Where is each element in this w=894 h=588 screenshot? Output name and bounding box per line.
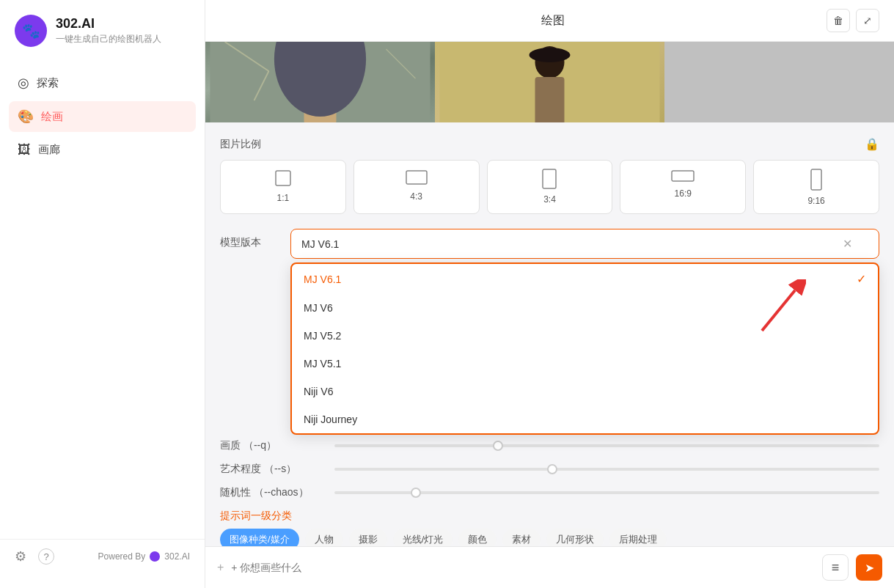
model-label: 模型版本 [220, 229, 279, 249]
sidebar-bottom-icons: ⚙ ? [15, 548, 54, 565]
ratio-icon-4-3 [405, 168, 428, 187]
dropdown-item-mjv6[interactable]: MJ V6 [292, 294, 878, 322]
model-dropdown: MJ V6.1 ✓ MJ V6 MJ V5.2 MJ V5.1 Niji V6 [290, 262, 879, 435]
model-select-display[interactable]: MJ V6.1 ✕ [290, 229, 879, 259]
gallery-icon: 🖼 [18, 142, 31, 158]
svg-rect-14 [543, 169, 556, 188]
svg-rect-16 [811, 169, 821, 190]
model-selected-value: MJ V6.1 [301, 238, 339, 250]
logo-emoji: 🐾 [22, 22, 40, 40]
stylize-slider[interactable] [334, 468, 879, 471]
ratio-label-1-1: 1:1 [277, 193, 290, 203]
preview-image-1 [205, 42, 435, 122]
dropdown-item-mjv51[interactable]: MJ V5.1 [292, 350, 878, 378]
dropdown-label-mjv51: MJ V5.1 [304, 358, 341, 370]
sidebar-item-label-gallery: 画廊 [38, 143, 60, 157]
svg-line-5 [225, 42, 269, 71]
svg-rect-13 [406, 171, 427, 184]
stylize-row: 艺术程度 （--s） [220, 463, 879, 476]
ratio-icon-9-16 [810, 168, 823, 191]
send-icon: ➤ [865, 561, 874, 575]
dropdown-item-mjv61[interactable]: MJ V6.1 ✓ [292, 264, 878, 294]
logo-icon: 🐾 [15, 15, 47, 47]
dropdown-label-nijiv6: Niji V6 [304, 386, 333, 397]
tags-level1-row: 图像种类/媒介 人物 摄影 光线/灯光 颜色 素材 几何形状 后期处理 [220, 529, 879, 546]
sidebar: 🐾 302.AI 一键生成自己的绘图机器人 ◎ 探索 🎨 绘画 🖼 画廊 ⚙ ?… [0, 0, 205, 588]
chaos-slider[interactable] [334, 491, 879, 494]
svg-rect-3 [298, 56, 342, 78]
aspect-ratio-section: 图片比例 🔒 [220, 137, 879, 151]
preview-image-2 [435, 42, 664, 122]
quality-thumb [493, 441, 503, 451]
ratio-16-9[interactable]: 16:9 [620, 160, 746, 214]
tags-level1-section: 提示词一级分类 图像种类/媒介 人物 摄影 光线/灯光 颜色 素材 几何形状 后… [220, 510, 879, 546]
ratio-4-3[interactable]: 4:3 [353, 160, 480, 214]
sidebar-item-gallery[interactable]: 🖼 画廊 [9, 135, 196, 165]
dropdown-item-nijiv6[interactable]: Niji V6 [292, 378, 878, 405]
settings-lines-icon: ≡ [832, 561, 840, 574]
app-subtitle: 一键生成自己的绘图机器人 [56, 33, 161, 45]
ratio-9-16[interactable]: 9:16 [753, 160, 879, 214]
send-button[interactable]: ➤ [856, 554, 882, 581]
svg-point-11 [530, 48, 571, 62]
dropdown-label-nijijourney: Niji Journey [304, 414, 357, 425]
header-actions: 🗑 ⤢ [827, 9, 879, 32]
tag-l1-5[interactable]: 素材 [502, 529, 541, 546]
tag-l1-6[interactable]: 几何形状 [546, 529, 604, 546]
svg-point-4 [298, 48, 342, 65]
check-icon: ✓ [857, 272, 866, 286]
ratio-icon-3-4 [541, 168, 557, 190]
ratio-grid: 1:1 4:3 3:4 16:9 [220, 160, 879, 214]
tag-l1-7[interactable]: 后期处理 [609, 529, 667, 546]
prompt-input[interactable] [231, 562, 815, 573]
ratio-3-4[interactable]: 3:4 [487, 160, 613, 214]
quality-slider[interactable] [334, 444, 879, 447]
ratio-label-9-16: 9:16 [807, 196, 824, 206]
expand-icon: ⤢ [863, 15, 872, 26]
model-clear-icon[interactable]: ✕ [843, 237, 852, 251]
tag-l1-2[interactable]: 摄影 [349, 529, 387, 546]
toolbar-settings-button[interactable]: ≡ [822, 554, 849, 581]
main-area: 绘图 🗑 ⤢ [205, 0, 894, 588]
bottom-bar: + ≡ ➤ [205, 546, 894, 588]
powered-by: Powered By 302.AI [98, 551, 190, 562]
svg-rect-2 [304, 80, 337, 122]
ratio-label-3-4: 3:4 [543, 194, 556, 205]
brand-dot [150, 551, 160, 562]
dropdown-label-mjv52: MJ V5.2 [304, 330, 341, 342]
sidebar-item-explore[interactable]: ◎ 探索 [9, 67, 196, 98]
sidebar-bottom: ⚙ ? Powered By 302.AI [0, 539, 205, 573]
tag-l1-0[interactable]: 图像种类/媒介 [220, 529, 299, 546]
powered-text: Powered By [98, 551, 146, 562]
sidebar-item-label-explore: 探索 [37, 76, 59, 90]
ratio-icon-1-1 [273, 168, 293, 188]
delete-button[interactable]: 🗑 [827, 9, 850, 32]
main-header: 绘图 🗑 ⤢ [205, 0, 894, 42]
sidebar-nav: ◎ 探索 🎨 绘画 🖼 画廊 [0, 62, 205, 539]
tags-level1-label: 提示词一级分类 [220, 510, 879, 523]
svg-point-1 [304, 45, 337, 82]
draw-icon: 🎨 [18, 109, 34, 125]
tag-l1-1[interactable]: 人物 [305, 529, 343, 546]
tag-l1-4[interactable]: 颜色 [458, 529, 497, 546]
expand-button[interactable]: ⤢ [856, 9, 879, 32]
ratio-1-1[interactable]: 1:1 [220, 160, 346, 214]
quality-row: 画质 （--q） [220, 439, 879, 452]
explore-icon: ◎ [18, 75, 29, 91]
plus-icon[interactable]: + [217, 561, 224, 574]
help-icon[interactable]: ? [38, 548, 54, 565]
dropdown-label-mjv61: MJ V6.1 [304, 273, 341, 285]
tag-l1-3[interactable]: 光线/灯光 [393, 529, 453, 546]
dropdown-item-nijijourney[interactable]: Niji Journey [292, 405, 878, 433]
sidebar-item-draw[interactable]: 🎨 绘画 [9, 101, 196, 132]
ratio-icon-16-9 [670, 168, 695, 184]
quality-label: 画质 （--q） [220, 439, 323, 452]
image-preview [205, 42, 894, 122]
logo-area: 🐾 302.AI 一键生成自己的绘图机器人 [0, 15, 205, 62]
settings-icon[interactable]: ⚙ [15, 548, 26, 565]
lock-icon[interactable]: 🔒 [865, 137, 879, 151]
svg-rect-15 [672, 171, 694, 181]
dropdown-item-mjv52[interactable]: MJ V5.2 [292, 322, 878, 350]
svg-rect-0 [210, 42, 430, 122]
preview-image-3 [664, 42, 894, 122]
